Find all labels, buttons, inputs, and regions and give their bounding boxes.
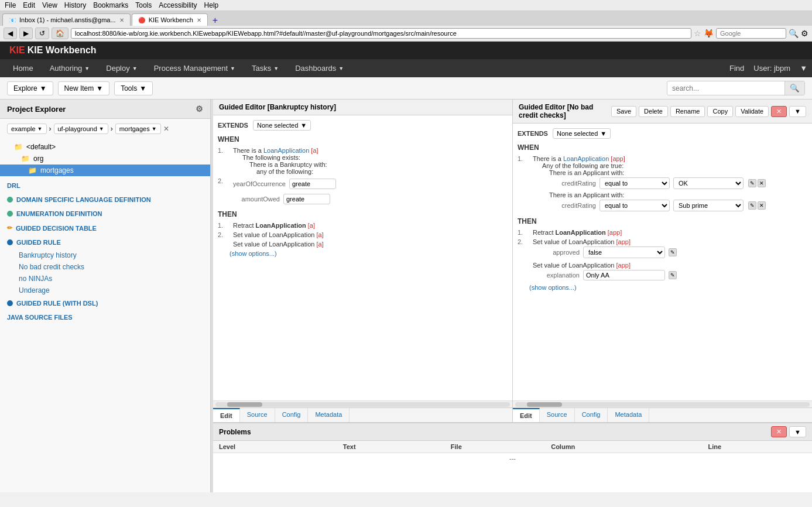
new-item-button[interactable]: New Item ▼ [58, 81, 110, 95]
menu-file[interactable]: File [5, 1, 16, 9]
editor2-tab-metadata[interactable]: Metadata [608, 408, 649, 422]
rule-bankruptcy-history[interactable]: Bankruptcy history [0, 249, 210, 261]
delete-button[interactable]: Delete [639, 106, 668, 117]
menu-help[interactable]: Help [204, 1, 219, 9]
problems-close-button[interactable]: ✕ [771, 426, 787, 437]
loan-app-link-2[interactable]: LoanApplication [563, 155, 609, 162]
menu-accessibility[interactable]: Accessibility [159, 1, 197, 9]
browser-search-input[interactable] [716, 28, 786, 39]
year-occurrence-input[interactable] [289, 179, 336, 189]
sidebar-gear-icon[interactable]: ⚙ [196, 104, 203, 114]
menu-tools[interactable]: Tools [135, 1, 152, 9]
breadcrumb-example[interactable]: example ▼ [7, 124, 47, 134]
tab-inbox-close[interactable]: ✕ [119, 17, 124, 23]
rule-underage[interactable]: Underage [0, 285, 210, 296]
editor2-extends-select[interactable]: None selected ▼ [553, 128, 611, 139]
menu-history[interactable]: History [64, 1, 86, 9]
address-bar[interactable] [71, 28, 691, 39]
folder-icon-mortgages: 📁 [28, 166, 37, 174]
back-button[interactable]: ◀ [4, 28, 17, 39]
editor2-close-button[interactable]: ✕ [771, 106, 787, 117]
home-button[interactable]: 🏠 [52, 28, 68, 39]
editor1-scrollbar-h[interactable] [213, 400, 512, 407]
breadcrumb-example-caret: ▼ [37, 126, 43, 132]
rule-no-ninjas[interactable]: no NINJAs [0, 273, 210, 285]
editor2-tab-source[interactable]: Source [540, 408, 575, 422]
approved-edit-icon[interactable]: ✎ [669, 248, 677, 256]
credit-rating-1-edit-icon[interactable]: ✎ [748, 179, 756, 187]
rename-button[interactable]: Rename [670, 106, 705, 117]
nav-home[interactable]: Home [5, 59, 42, 77]
nav-user[interactable]: User: jbpm [753, 64, 790, 73]
nav-tasks[interactable]: Tasks ▼ [244, 59, 287, 77]
guided-rule-dot [7, 239, 13, 245]
explore-button[interactable]: Explore ▼ [7, 81, 53, 95]
tools-button[interactable]: Tools ▼ [114, 81, 153, 95]
editor1-show-options[interactable]: (show options...) [229, 250, 508, 257]
section-guided-rule[interactable]: GUIDED RULE [0, 235, 210, 249]
section-dsl[interactable]: DOMAIN SPECIFIC LANGUAGE DEFINITION [0, 193, 210, 207]
editor1-tab-edit[interactable]: Edit [213, 408, 240, 422]
new-tab-button[interactable]: + [209, 15, 221, 26]
amount-owed-input[interactable] [283, 194, 330, 204]
nav-settings-icon[interactable]: ⚙ [801, 29, 808, 38]
editor1-tab-config[interactable]: Config [275, 408, 309, 422]
section-guided-decision[interactable]: ✏ GUIDED DECISION TABLE [0, 221, 210, 235]
tab-inbox[interactable]: 📧 Inbox (1) - michael.anstis@gma... ✕ [2, 13, 131, 26]
editor2-scrollbar-h[interactable] [513, 400, 812, 407]
tree-item-org[interactable]: 📁 org [0, 153, 210, 165]
forward-button[interactable]: ▶ [19, 28, 33, 39]
search-go-icon[interactable]: 🔍 [789, 29, 799, 38]
refresh-button[interactable]: ↺ [35, 28, 49, 39]
editor2-credit-rating-1-op[interactable]: equal to [599, 177, 670, 189]
loan-app-link-1[interactable]: LoanApplication [263, 147, 309, 154]
credit-rating-2-delete-icon[interactable]: ✕ [758, 201, 766, 210]
section-guided-rule-dsl[interactable]: GUIDED RULE (WITH DSL) [0, 296, 210, 310]
tree-item-default[interactable]: 📁 <default> [0, 141, 210, 153]
bookmark-star[interactable]: ☆ [694, 29, 701, 38]
editor1-extends-select[interactable]: None selected ▼ [253, 120, 311, 131]
section-drl[interactable]: DRL [0, 179, 210, 193]
credit-rating-1-delete-icon[interactable]: ✕ [758, 179, 766, 187]
editor2-tab-config[interactable]: Config [575, 408, 608, 422]
search-button[interactable]: 🔍 [784, 81, 804, 95]
breadcrumb-action-icon[interactable]: ✕ [163, 125, 169, 133]
editor2-credit-rating-2-op[interactable]: equal to [599, 200, 670, 211]
problems-collapse-button[interactable]: ▼ [789, 426, 806, 437]
tree-item-mortgages[interactable]: 📁 mortgages [0, 165, 210, 176]
editor2-collapse-button[interactable]: ▼ [789, 106, 806, 117]
section-java-source[interactable]: JAVA SOURCE FILES [0, 310, 210, 324]
section-enum[interactable]: ENUMERATION DEFINITION [0, 207, 210, 221]
editor2-approved-select[interactable]: false [583, 246, 665, 258]
nav-deploy[interactable]: Deploy ▼ [98, 59, 145, 77]
editor2-tab-edit[interactable]: Edit [513, 408, 540, 422]
editor2-then-item1: 1. Retract LoanApplication [app] [518, 229, 807, 236]
rule-no-bad-credit[interactable]: No bad credit checks [0, 261, 210, 273]
editor2-show-options[interactable]: (show options...) [529, 284, 807, 291]
credit-rating-2-edit-icon[interactable]: ✎ [748, 201, 756, 210]
explanation-edit-icon[interactable]: ✎ [669, 271, 677, 279]
editor2-explanation-input[interactable] [583, 270, 665, 280]
editor1-tab-metadata[interactable]: Metadata [308, 408, 350, 422]
validate-button[interactable]: Validate [735, 106, 769, 117]
search-input[interactable] [667, 82, 784, 95]
breadcrumb-mortgages[interactable]: mortgages ▼ [115, 124, 161, 134]
editor2-credit-rating-1-value[interactable]: OK [673, 177, 744, 189]
nav-dashboards[interactable]: Dashboards ▼ [287, 59, 352, 77]
editors-row: Guided Editor [Bankruptcy history] EXTEN… [213, 100, 812, 422]
menu-edit[interactable]: Edit [23, 1, 35, 9]
breadcrumb-uf-playground[interactable]: uf-playground ▼ [54, 124, 108, 134]
save-button[interactable]: Save [611, 106, 636, 117]
nav-find[interactable]: Find [729, 64, 744, 73]
tab-kie[interactable]: 🔴 KIE Workbench ✕ [132, 13, 208, 26]
nav-process-management[interactable]: Process Management ▼ [146, 59, 244, 77]
problems-table: Level Text File Column Line --- [213, 441, 812, 492]
nav-authoring[interactable]: Authoring ▼ [42, 59, 98, 77]
menu-view[interactable]: View [42, 1, 57, 9]
editor1-tab-source[interactable]: Source [240, 408, 275, 422]
project-explorer-sidebar: Project Explorer ⚙ example ▼ › uf-playgr… [0, 100, 211, 492]
tab-kie-close[interactable]: ✕ [197, 17, 201, 23]
copy-button[interactable]: Copy [707, 106, 733, 117]
menu-bookmarks[interactable]: Bookmarks [93, 1, 128, 9]
editor2-credit-rating-2-value[interactable]: Sub prime [673, 200, 744, 211]
